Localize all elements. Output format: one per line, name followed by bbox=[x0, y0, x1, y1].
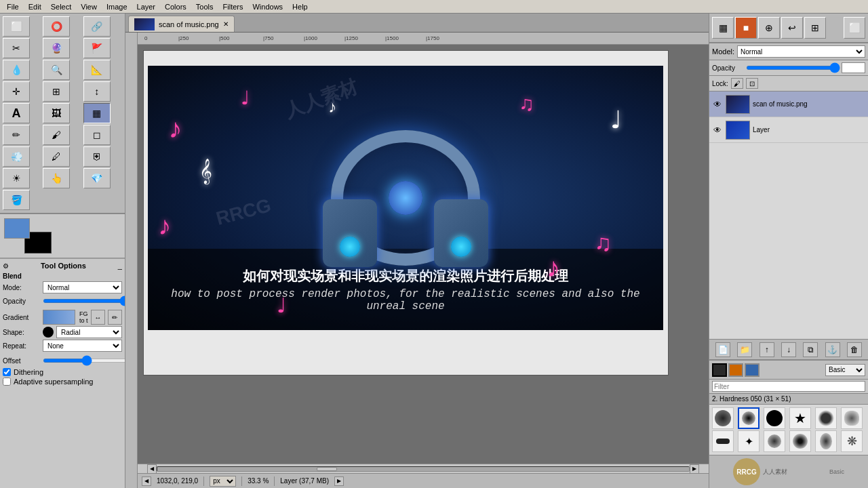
menu-image[interactable]: Image bbox=[102, 2, 132, 12]
dithering-checkbox[interactable] bbox=[3, 368, 11, 376]
gradient-preview[interactable] bbox=[43, 310, 75, 325]
rt-paths-btn[interactable]: ↩ bbox=[781, 17, 803, 39]
adaptive-checkbox[interactable] bbox=[3, 378, 11, 386]
menu-help[interactable]: Help bbox=[288, 2, 312, 12]
tool-convolve[interactable]: 💎 bbox=[83, 168, 111, 188]
rt-history-btn[interactable]: ■ bbox=[735, 17, 757, 39]
h-scroll-left[interactable]: ◀ bbox=[147, 464, 157, 474]
brush-7[interactable] bbox=[712, 430, 734, 452]
layers-mode-select[interactable]: Normal Multiply Screen bbox=[737, 45, 865, 58]
h-scroll-right[interactable]: ▶ bbox=[690, 464, 699, 474]
tool-zoom[interactable]: 🔍 bbox=[43, 60, 70, 80]
brush-category-select[interactable]: Basic Brushes bbox=[825, 364, 865, 376]
tool-free-select[interactable]: 🔗 bbox=[83, 16, 111, 37]
tool-ellipse-select[interactable]: ⭕ bbox=[43, 16, 70, 37]
mode-select[interactable]: Normal Dissolve Multiply bbox=[43, 281, 122, 293]
tool-measure[interactable]: 📐 bbox=[83, 60, 111, 80]
brush-12[interactable]: ❋ bbox=[841, 430, 863, 452]
status-arrow-right[interactable]: ▶ bbox=[334, 476, 344, 486]
rt-zoom-btn[interactable]: ⊞ bbox=[804, 17, 826, 39]
menu-tools[interactable]: Tools bbox=[192, 2, 218, 12]
gradient-edit-btn[interactable]: ✏ bbox=[108, 310, 122, 325]
brush-9[interactable] bbox=[764, 430, 785, 452]
menu-view[interactable]: View bbox=[77, 2, 101, 12]
foreground-color-swatch[interactable] bbox=[4, 218, 30, 239]
menu-layer[interactable]: Layer bbox=[133, 2, 160, 12]
menu-edit[interactable]: Edit bbox=[24, 2, 45, 12]
status-arrow-left[interactable]: ◀ bbox=[142, 476, 151, 486]
layer-eye-music[interactable]: 👁 bbox=[712, 99, 723, 110]
tool-ink[interactable]: 🖊 bbox=[43, 146, 70, 167]
brush-2[interactable] bbox=[738, 407, 760, 429]
menu-colors[interactable]: Colors bbox=[161, 2, 191, 12]
tab-close-btn[interactable]: ✕ bbox=[223, 20, 229, 28]
layer-up-btn[interactable]: ↑ bbox=[760, 342, 774, 357]
tool-pencil[interactable]: ✏ bbox=[3, 125, 30, 145]
layer-row-music[interactable]: 👁 scan of music.png bbox=[709, 92, 868, 117]
tool-fuzzy-select[interactable]: 🔮 bbox=[43, 38, 70, 58]
brush-swatch-orange[interactable] bbox=[728, 363, 743, 377]
tool-paintbrush[interactable]: 🖌 bbox=[43, 125, 70, 145]
canvas-tab-active[interactable]: scan of music.png ✕ bbox=[128, 16, 235, 32]
brush-5[interactable] bbox=[815, 407, 837, 429]
brush-11[interactable] bbox=[815, 430, 837, 452]
tool-options-minimize[interactable]: _ bbox=[118, 262, 122, 270]
brush-3[interactable] bbox=[764, 407, 785, 429]
tool-move[interactable]: ✛ bbox=[3, 81, 30, 102]
layers-opacity-value[interactable]: 100.0 bbox=[842, 62, 865, 73]
rt-channels-btn[interactable]: ⊕ bbox=[758, 17, 780, 39]
brush-10[interactable] bbox=[789, 430, 811, 452]
brush-search-input[interactable] bbox=[712, 381, 865, 392]
opacity-label-right: Opacity bbox=[712, 64, 745, 72]
brush-4[interactable]: ★ bbox=[789, 407, 811, 429]
brush-1[interactable] bbox=[712, 407, 734, 429]
brush-6[interactable] bbox=[841, 407, 863, 429]
layer-folder-btn[interactable]: 📁 bbox=[737, 342, 752, 357]
rt-maximize-btn[interactable]: ⬜ bbox=[844, 17, 865, 39]
tool-paths[interactable]: 🚩 bbox=[83, 38, 111, 58]
tool-smudge[interactable]: 👆 bbox=[43, 168, 70, 188]
tool-eraser[interactable]: ◻ bbox=[83, 125, 111, 145]
tool-dodge-burn[interactable]: ☀ bbox=[3, 168, 30, 188]
gradient-reverse-btn[interactable]: ↔ bbox=[91, 310, 105, 325]
h-scroll-thumb[interactable] bbox=[317, 467, 337, 471]
layers-opacity-slider[interactable] bbox=[746, 66, 840, 70]
menu-windows[interactable]: Windows bbox=[248, 2, 287, 12]
tool-heal[interactable]: ⛨ bbox=[83, 146, 111, 167]
rt-layers-btn[interactable]: ▦ bbox=[712, 17, 734, 39]
repeat-select[interactable]: None Sawtooth Triangular bbox=[43, 340, 122, 352]
brush-swatch-blue[interactable] bbox=[745, 363, 760, 377]
layer-eye-plain[interactable]: 👁 bbox=[712, 125, 723, 136]
unit-select[interactable]: px % mm bbox=[210, 476, 236, 487]
h-scroll-track[interactable] bbox=[157, 466, 690, 472]
layer-anchor-btn[interactable]: ⚓ bbox=[825, 342, 840, 357]
tool-transform[interactable]: ↕ bbox=[83, 81, 111, 102]
menu-select[interactable]: Select bbox=[47, 2, 76, 12]
canvas-viewport[interactable]: ♪ ♩ ♪ ♫ ♩ ♪ ♫ 𝄞 ♪ ♩ bbox=[138, 45, 709, 464]
lock-position-btn[interactable]: ⊡ bbox=[746, 78, 758, 89]
lock-pixels-btn[interactable]: 🖌 bbox=[731, 78, 743, 89]
tool-scissors[interactable]: ✂ bbox=[3, 38, 30, 58]
tool-rect-select[interactable]: ⬜ bbox=[3, 16, 30, 37]
offset-slider[interactable] bbox=[43, 359, 125, 363]
music-note-5: ♩ bbox=[610, 106, 622, 134]
layer-duplicate-btn[interactable]: ⧉ bbox=[803, 342, 818, 357]
brush-swatch-dark[interactable] bbox=[712, 363, 727, 377]
tool-clone[interactable]: 🖽 bbox=[43, 103, 70, 123]
new-layer-btn[interactable]: 📄 bbox=[715, 342, 730, 357]
tool-blend[interactable]: ▦ bbox=[83, 103, 111, 123]
tool-color-picker[interactable]: 💧 bbox=[3, 60, 30, 80]
layer-row-plain[interactable]: 👁 Layer bbox=[709, 117, 868, 143]
brush-8[interactable]: ✦ bbox=[738, 430, 760, 452]
canvas-image[interactable]: ♪ ♩ ♪ ♫ ♩ ♪ ♫ 𝄞 ♪ ♩ bbox=[148, 66, 663, 330]
tool-airbrush[interactable]: 💨 bbox=[3, 146, 30, 167]
tool-align[interactable]: ⊞ bbox=[43, 81, 70, 102]
layer-down-btn[interactable]: ↓ bbox=[781, 342, 796, 357]
menu-filters[interactable]: Filters bbox=[219, 2, 248, 12]
layer-delete-btn[interactable]: 🗑 bbox=[847, 342, 862, 357]
shape-select[interactable]: Radial Linear Conical bbox=[56, 326, 122, 338]
opacity-slider[interactable] bbox=[43, 299, 125, 303]
menu-file[interactable]: File bbox=[3, 2, 23, 12]
tool-text[interactable]: A bbox=[3, 103, 30, 123]
tool-bucket-fill[interactable]: 🪣 bbox=[3, 190, 30, 210]
